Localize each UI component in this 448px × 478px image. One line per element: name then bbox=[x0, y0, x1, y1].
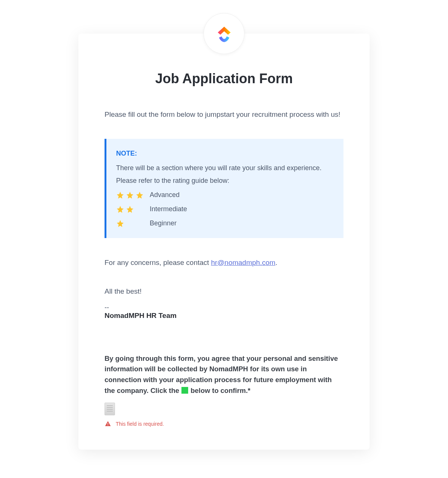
intro-text: Please fill out the form below to jumpst… bbox=[105, 109, 343, 120]
clickup-logo-icon bbox=[214, 24, 234, 44]
stars-2 bbox=[116, 205, 150, 213]
warning-icon bbox=[105, 421, 111, 427]
consent-text: By going through this form, you agree th… bbox=[105, 353, 343, 396]
team-signature: NomadMPH HR Team bbox=[105, 312, 343, 320]
star-icon bbox=[116, 219, 124, 227]
page-title: Job Application Form bbox=[105, 71, 343, 87]
star-icon bbox=[126, 191, 134, 199]
checklist-field-icon[interactable] bbox=[105, 403, 115, 415]
stars-1 bbox=[116, 219, 150, 227]
note-box: NOTE: There will be a section where you … bbox=[105, 139, 343, 238]
star-icon bbox=[126, 205, 134, 213]
signature-divider: -- bbox=[105, 304, 343, 312]
green-square-icon bbox=[181, 387, 188, 394]
svg-rect-0 bbox=[108, 423, 108, 425]
error-text: This field is required. bbox=[116, 421, 164, 427]
rating-label: Advanced bbox=[150, 188, 180, 201]
star-icon bbox=[136, 191, 144, 199]
contact-prefix: For any concerns, please contact bbox=[105, 259, 211, 266]
star-icon bbox=[116, 191, 124, 199]
note-title: NOTE: bbox=[116, 147, 334, 160]
rating-row-intermediate: Intermediate bbox=[116, 203, 334, 215]
star-icon bbox=[116, 205, 124, 213]
consent-post: below to confirm.* bbox=[189, 387, 250, 394]
error-row: This field is required. bbox=[105, 421, 343, 427]
note-body: There will be a section where you will r… bbox=[116, 162, 334, 187]
contact-line: For any concerns, please contact hr@noma… bbox=[105, 259, 343, 267]
svg-rect-1 bbox=[108, 425, 108, 426]
signoff-text: All the best! bbox=[105, 287, 343, 296]
stars-3 bbox=[116, 191, 150, 199]
rating-label: Beginner bbox=[150, 217, 177, 229]
rating-row-beginner: Beginner bbox=[116, 217, 334, 229]
rating-row-advanced: Advanced bbox=[116, 188, 334, 201]
contact-suffix: . bbox=[276, 259, 277, 266]
rating-label: Intermediate bbox=[150, 203, 187, 215]
logo-container bbox=[203, 13, 245, 54]
form-card: Job Application Form Please fill out the… bbox=[78, 34, 370, 450]
contact-email-link[interactable]: hr@nomadmph.com bbox=[211, 259, 275, 266]
